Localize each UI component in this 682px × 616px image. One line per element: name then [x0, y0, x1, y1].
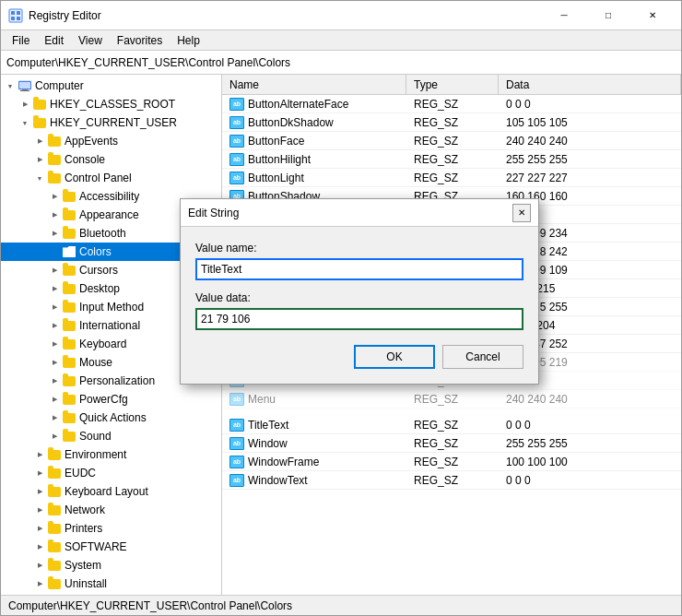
cell-name-titletext: abTitleText — [222, 419, 406, 432]
folder-icon-environment — [47, 448, 62, 461]
expander-mouse[interactable] — [47, 353, 62, 372]
window-controls: ─ □ ✕ — [543, 1, 674, 30]
expander-printers[interactable] — [32, 519, 47, 538]
folder-icon-sound — [62, 430, 76, 443]
tree-item-sound[interactable]: Sound — [1, 427, 221, 445]
folder-icon-cursors — [62, 264, 76, 277]
expander-keyboard[interactable] — [47, 335, 62, 353]
window-title: Registry Editor — [29, 9, 543, 22]
value-data-input[interactable] — [195, 308, 523, 330]
reg-icon: ab — [229, 437, 244, 450]
close-button[interactable]: ✕ — [631, 1, 674, 30]
cell-type-2: REG_SZ — [406, 135, 499, 148]
tree-label-keyboardlayout: Keyboard Layout — [65, 485, 218, 498]
cell-type-titletext: REG_SZ — [406, 419, 499, 432]
cell-type-hidden3: REG_SZ — [406, 393, 499, 406]
value-data-label: Value data: — [195, 291, 523, 304]
expander-computer[interactable] — [3, 77, 18, 95]
tree-item-console[interactable]: Console — [1, 150, 221, 169]
tree-label-eudc: EUDC — [65, 467, 218, 480]
cell-name-0: abButtonAlternateFace — [222, 98, 406, 111]
tree-item-appevents[interactable]: AppEvents — [1, 132, 221, 150]
tree-item-uninstall[interactable]: Uninstall — [1, 575, 221, 593]
table-row[interactable]: abButtonLight REG_SZ 227 227 227 — [222, 169, 681, 187]
folder-icon-mouse — [62, 356, 76, 369]
table-row[interactable]: abButtonHilight REG_SZ 255 255 255 — [222, 150, 681, 169]
expander-cursors[interactable] — [47, 261, 62, 279]
cell-name-window: abWindow — [222, 437, 406, 450]
menu-help[interactable]: Help — [170, 32, 207, 49]
expander-keyboardlayout[interactable] — [32, 482, 47, 501]
tree-label-computer: Computer — [35, 79, 218, 92]
expander-console[interactable] — [32, 150, 47, 169]
value-name-input[interactable] — [195, 258, 523, 280]
expander-inputmethod[interactable] — [47, 298, 62, 316]
expander-powercfg[interactable] — [47, 390, 62, 409]
expander-uninstall[interactable] — [32, 575, 47, 593]
expander-desktop[interactable] — [47, 279, 62, 298]
folder-icon-console — [47, 153, 62, 166]
expander-international[interactable] — [47, 316, 62, 335]
table-row[interactable]: abButtonDkShadow REG_SZ 105 105 105 — [222, 113, 681, 132]
tree-label-environment: Environment — [65, 448, 218, 461]
menu-edit[interactable]: Edit — [37, 32, 71, 49]
table-row[interactable]: abButtonAlternateFace REG_SZ 0 0 0 — [222, 95, 681, 113]
table-row[interactable]: abWindowText REG_SZ 0 0 0 — [222, 471, 681, 490]
cell-data-3: 255 255 255 — [499, 153, 681, 166]
tree-item-system[interactable]: System — [1, 556, 221, 575]
tree-label-printers: Printers — [65, 522, 218, 535]
tree-item-hkcu[interactable]: HKEY_CURRENT_USER — [1, 113, 221, 132]
cell-type-4: REG_SZ — [406, 172, 499, 184]
table-row[interactable]: abWindowFrame REG_SZ 100 100 100 — [222, 453, 681, 471]
cell-name-windowtext: abWindowText — [222, 474, 406, 487]
reg-icon: ab — [229, 153, 244, 166]
expander-system[interactable] — [32, 556, 47, 575]
cancel-button[interactable]: Cancel — [442, 345, 523, 369]
tree-label-hkcu: HKEY_CURRENT_USER — [50, 116, 218, 129]
expander-appearance[interactable] — [47, 206, 62, 224]
expander-eudc[interactable] — [32, 464, 47, 482]
table-row[interactable]: abWindow REG_SZ 255 255 255 — [222, 434, 681, 453]
menu-file[interactable]: File — [5, 32, 37, 49]
modal-title: Edit String — [188, 207, 512, 219]
modal-title-bar: Edit String ✕ — [181, 199, 538, 227]
col-header-name: Name — [222, 75, 406, 94]
tree-item-eudc[interactable]: EUDC — [1, 464, 221, 482]
reg-icon: ab — [229, 474, 244, 487]
modal-close-button[interactable]: ✕ — [512, 204, 531, 222]
expander-quickactions[interactable] — [47, 409, 62, 427]
table-row[interactable]: abButtonFace REG_SZ 240 240 240 — [222, 132, 681, 150]
table-row[interactable]: abTitleText REG_SZ 0 0 0 — [222, 416, 681, 434]
tree-item-environment[interactable]: Environment — [1, 445, 221, 464]
expander-hkcu[interactable] — [18, 113, 32, 132]
tree-item-hkcr[interactable]: HKEY_CLASSES_ROOT — [1, 95, 221, 113]
folder-icon-international — [62, 319, 76, 332]
tree-item-printers[interactable]: Printers — [1, 519, 221, 538]
folder-icon-powercfg — [62, 393, 76, 406]
expander-personalization[interactable] — [47, 372, 62, 390]
reg-icon: ab — [229, 456, 244, 468]
minimize-button[interactable]: ─ — [543, 1, 585, 30]
cell-name-4: abButtonLight — [222, 172, 406, 184]
expander-bluetooth[interactable] — [47, 224, 62, 243]
menu-view[interactable]: View — [71, 32, 110, 49]
tree-label-sound: Sound — [79, 430, 218, 443]
tree-item-software[interactable]: SOFTWARE — [1, 538, 221, 556]
tree-item-powercfg[interactable]: PowerCfg — [1, 390, 221, 409]
tree-item-keyboardlayout[interactable]: Keyboard Layout — [1, 482, 221, 501]
expander-environment[interactable] — [32, 445, 47, 464]
tree-item-quickactions[interactable]: Quick Actions — [1, 409, 221, 427]
expander-appevents[interactable] — [32, 132, 47, 150]
maximize-button[interactable]: □ — [587, 1, 629, 30]
expander-sound[interactable] — [47, 427, 62, 445]
expander-controlpanel[interactable] — [32, 169, 47, 187]
tree-item-network[interactable]: Network — [1, 501, 221, 519]
expander-hkcr[interactable] — [18, 95, 32, 113]
tree-item-controlpanel[interactable]: Control Panel — [1, 169, 221, 187]
ok-button[interactable]: OK — [354, 345, 435, 369]
expander-network[interactable] — [32, 501, 47, 519]
menu-favorites[interactable]: Favorites — [110, 32, 170, 49]
expander-accessibility[interactable] — [47, 187, 62, 206]
expander-software[interactable] — [32, 538, 47, 556]
tree-item-computer[interactable]: Computer — [1, 77, 221, 95]
